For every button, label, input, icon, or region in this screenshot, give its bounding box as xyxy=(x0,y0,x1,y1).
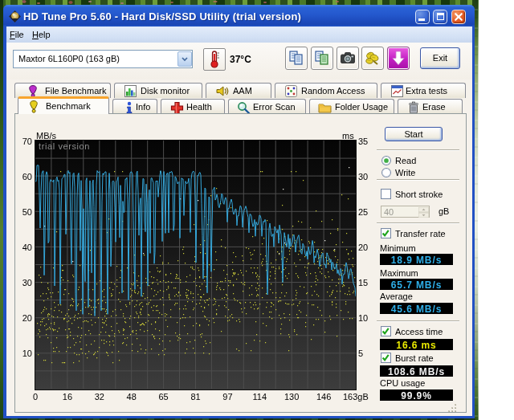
svg-text:trial version: trial version xyxy=(39,141,90,151)
